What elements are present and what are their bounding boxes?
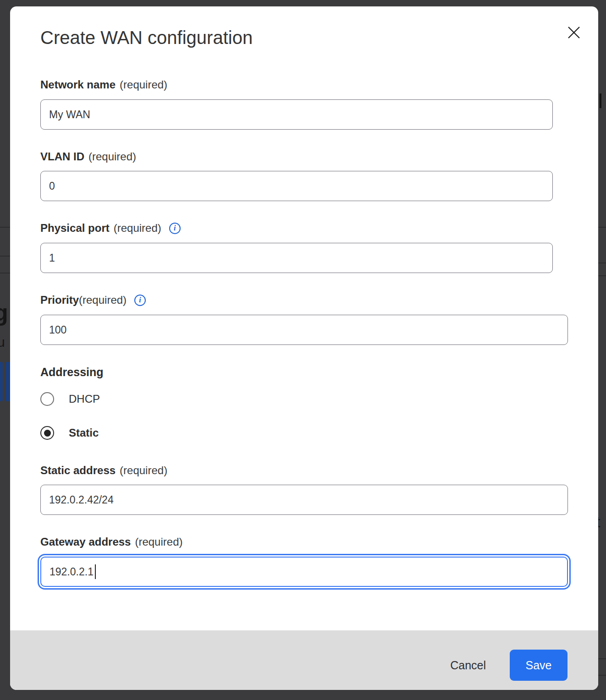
radio-label: Static bbox=[69, 427, 99, 439]
physical-port-input[interactable] bbox=[40, 243, 553, 273]
addressing-option-dhcp[interactable]: DHCP bbox=[40, 392, 568, 406]
info-icon[interactable]: i bbox=[169, 223, 181, 234]
dialog-title: Create WAN configuration bbox=[40, 27, 568, 49]
backdrop-heading-fragment: g bbox=[0, 299, 8, 326]
dialog-footer: Cancel Save bbox=[10, 630, 598, 690]
gateway-address-label: Gateway address (required) bbox=[40, 535, 568, 549]
cancel-button[interactable]: Cancel bbox=[444, 654, 492, 677]
info-icon[interactable]: i bbox=[134, 295, 146, 306]
backdrop-table-line bbox=[598, 275, 606, 276]
gateway-address-input[interactable]: 192.0.2.1 bbox=[40, 557, 568, 587]
gateway-address-value: 192.0.2.1 bbox=[50, 566, 94, 578]
static-address-input[interactable] bbox=[40, 485, 568, 515]
backdrop-table-line bbox=[0, 256, 10, 257]
radio-checked-icon[interactable] bbox=[40, 426, 54, 440]
physical-port-label: Physical port (required) i bbox=[40, 221, 568, 235]
backdrop-table-line bbox=[598, 262, 606, 263]
backdrop-glyph-fragment bbox=[600, 93, 601, 108]
static-address-label: Static address (required) bbox=[40, 464, 568, 477]
backdrop-text-fragment: u bbox=[0, 334, 5, 350]
backdrop-table-line bbox=[598, 658, 606, 659]
vlan-id-input[interactable] bbox=[40, 171, 553, 201]
network-name-input[interactable] bbox=[40, 99, 553, 130]
text-cursor bbox=[95, 564, 96, 579]
vlan-id-label: VLAN ID (required) bbox=[40, 150, 568, 164]
create-wan-configuration-dialog: Create WAN configuration Network name (r… bbox=[10, 6, 598, 690]
addressing-heading: Addressing bbox=[40, 365, 568, 379]
network-name-label: Network name (required) bbox=[40, 78, 568, 92]
priority-input[interactable] bbox=[40, 315, 568, 345]
radio-label: DHCP bbox=[69, 393, 100, 405]
backdrop-table-line bbox=[0, 227, 10, 228]
backdrop-table-line bbox=[0, 273, 10, 273]
backdrop-table-line bbox=[598, 227, 606, 228]
addressing-option-static[interactable]: Static bbox=[40, 426, 568, 440]
radio-unchecked-icon[interactable] bbox=[40, 392, 54, 406]
priority-label: Priority (required) i bbox=[40, 293, 568, 307]
save-button[interactable]: Save bbox=[510, 650, 567, 681]
backdrop-table-line bbox=[598, 675, 606, 676]
backdrop-button-fragment bbox=[0, 362, 3, 401]
